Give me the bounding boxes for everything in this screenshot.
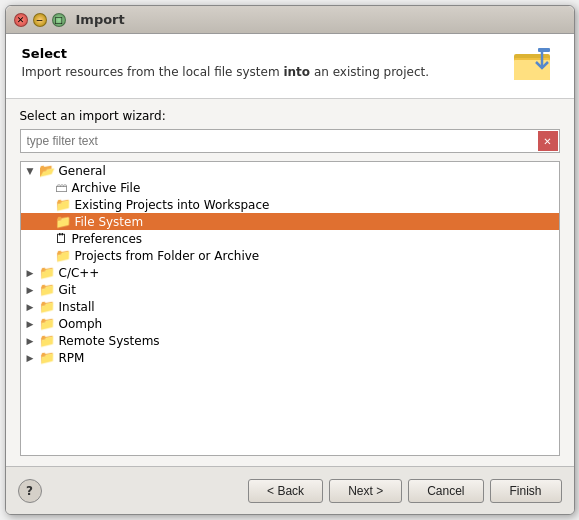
tree-label-git: Git (59, 283, 76, 297)
tree-item-git[interactable]: ▶ 📁 Git (21, 281, 559, 298)
maximize-button[interactable]: □ (52, 13, 66, 27)
minimize-button[interactable]: − (33, 13, 47, 27)
header-section: Select Import resources from the local f… (6, 34, 574, 99)
folder-icon-rpm: 📁 (39, 350, 55, 365)
tree-label-general: General (59, 164, 106, 178)
folder-icon-git: 📁 (39, 282, 55, 297)
tree-item-file-system[interactable]: 📁 File System (21, 213, 559, 230)
titlebar: ✕ − □ Import (6, 6, 574, 34)
tree-label-file-system: File System (75, 215, 144, 229)
prefs-icon: 🗒 (55, 231, 68, 246)
next-button[interactable]: Next > (329, 479, 402, 503)
svg-rect-2 (514, 60, 550, 80)
filter-clear-button[interactable]: ✕ (538, 131, 558, 151)
help-button[interactable]: ? (18, 479, 42, 503)
tree-label-projects-folder: Projects from Folder or Archive (75, 249, 260, 263)
tree-item-cpp[interactable]: ▶ 📁 C/C++ (21, 264, 559, 281)
arrow-install: ▶ (27, 302, 37, 312)
tree-item-install[interactable]: ▶ 📁 Install (21, 298, 559, 315)
tree-item-preferences[interactable]: 🗒 Preferences (21, 230, 559, 247)
close-button[interactable]: ✕ (14, 13, 28, 27)
tree-item-archive-file[interactable]: 🗃 Archive File (21, 179, 559, 196)
folder-icon-filesystem: 📁 (55, 214, 71, 229)
arrow-remote: ▶ (27, 336, 37, 346)
tree-label-remote-systems: Remote Systems (59, 334, 160, 348)
tree-label-existing-projects: Existing Projects into Workspace (75, 198, 270, 212)
tree-label-archive-file: Archive File (72, 181, 141, 195)
arrow-general: ▼ (27, 166, 37, 176)
header-desc-pre: Import resources from the local file sys… (22, 65, 284, 79)
body-section: Select an import wizard: ✕ ▼ 📂 General 🗃… (6, 99, 574, 466)
filter-row: ✕ (20, 129, 560, 153)
header-desc-post: an existing project. (310, 65, 429, 79)
folder-icon-cpp: 📁 (39, 265, 55, 280)
tree-label-install: Install (59, 300, 95, 314)
wizard-label: Select an import wizard: (20, 109, 560, 123)
tree-container[interactable]: ▼ 📂 General 🗃 Archive File 📁 Existing Pr… (20, 161, 560, 456)
tree-item-remote-systems[interactable]: ▶ 📁 Remote Systems (21, 332, 559, 349)
svg-rect-4 (538, 48, 550, 52)
footer-section: ? < Back Next > Cancel Finish (6, 466, 574, 514)
arrow-oomph: ▶ (27, 319, 37, 329)
footer-buttons: < Back Next > Cancel Finish (248, 479, 561, 503)
header-text: Select Import resources from the local f… (22, 46, 502, 79)
tree-item-existing-projects[interactable]: 📁 Existing Projects into Workspace (21, 196, 559, 213)
import-icon (512, 46, 558, 86)
tree-label-preferences: Preferences (72, 232, 143, 246)
tree-label-oomph: Oomph (59, 317, 103, 331)
filter-input[interactable] (21, 132, 537, 150)
import-dialog: ✕ − □ Import Select Import resources fro… (5, 5, 575, 515)
window-title: Import (76, 12, 125, 27)
folder-icon-existing: 📁 (55, 197, 71, 212)
folder-open-icon: 📂 (39, 163, 55, 178)
arrow-rpm: ▶ (27, 353, 37, 363)
tree-item-oomph[interactable]: ▶ 📁 Oomph (21, 315, 559, 332)
tree-item-general[interactable]: ▼ 📂 General (21, 162, 559, 179)
finish-button[interactable]: Finish (490, 479, 562, 503)
folder-icon-install: 📁 (39, 299, 55, 314)
tree-label-rpm: RPM (59, 351, 85, 365)
cancel-button[interactable]: Cancel (408, 479, 483, 503)
header-title: Select (22, 46, 502, 61)
arrow-cpp: ▶ (27, 268, 37, 278)
tree-item-projects-folder[interactable]: 📁 Projects from Folder or Archive (21, 247, 559, 264)
archive-icon: 🗃 (55, 180, 68, 195)
window-controls: ✕ − □ (14, 13, 66, 27)
tree-label-cpp: C/C++ (59, 266, 100, 280)
header-description: Import resources from the local file sys… (22, 65, 502, 79)
arrow-git: ▶ (27, 285, 37, 295)
header-desc-em: into (283, 65, 310, 79)
tree-item-rpm[interactable]: ▶ 📁 RPM (21, 349, 559, 366)
folder-icon-oomph: 📁 (39, 316, 55, 331)
back-button[interactable]: < Back (248, 479, 323, 503)
folder-icon-remote: 📁 (39, 333, 55, 348)
folder-icon-projects: 📁 (55, 248, 71, 263)
